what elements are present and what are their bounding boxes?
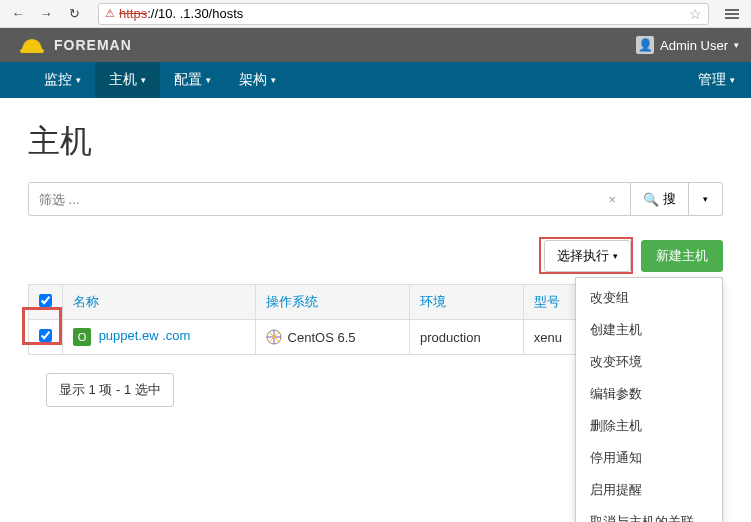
- col-env[interactable]: 环境: [420, 294, 446, 309]
- brand-text: FOREMAN: [54, 37, 132, 53]
- reload-button[interactable]: ↻: [62, 4, 86, 24]
- nav-hosts[interactable]: 主机 ▾: [95, 62, 160, 98]
- bookmark-star-icon[interactable]: ☆: [689, 6, 702, 22]
- url-text: https://10. .1.30/hosts: [119, 6, 685, 21]
- select-all-checkbox[interactable]: [39, 294, 52, 307]
- ssl-warning-icon: ⚠: [105, 7, 115, 20]
- env-cell: production: [409, 320, 523, 355]
- centos-icon: [266, 329, 282, 345]
- back-button[interactable]: ←: [6, 4, 30, 24]
- nav-monitor[interactable]: 监控 ▾: [30, 62, 95, 98]
- select-action-dropdown[interactable]: 选择执行 ▾: [544, 240, 631, 272]
- os-text: CentOS 6.5: [288, 330, 356, 345]
- action-dropdown-menu: 改变组创建主机改变环境编辑参数删除主机停用通知启用提醒取消与主机的关联运行 Pu…: [575, 277, 723, 407]
- select-action-label: 选择执行: [557, 247, 609, 265]
- col-name[interactable]: 名称: [73, 294, 99, 309]
- main-nav: 监控 ▾ 主机 ▾ 配置 ▾ 架构 ▾ 管理 ▾: [0, 62, 751, 98]
- app-header: FOREMAN 👤 Admin User ▾: [0, 28, 751, 62]
- clear-filter-icon[interactable]: ×: [604, 192, 620, 207]
- row-checkbox[interactable]: [39, 329, 52, 342]
- search-button-label: 搜: [663, 190, 676, 208]
- browser-menu-icon[interactable]: [719, 4, 745, 24]
- nav-config[interactable]: 配置 ▾: [160, 62, 225, 98]
- filter-row: × 🔍 搜 ▾: [0, 182, 751, 216]
- caret-down-icon: ▾: [730, 75, 735, 85]
- caret-down-icon: ▾: [76, 75, 81, 85]
- dropdown-item[interactable]: 改变组: [576, 282, 722, 314]
- search-options-button[interactable]: ▾: [689, 182, 723, 216]
- action-row: 选择执行 ▾ 新建主机: [0, 216, 751, 284]
- caret-down-icon: ▾: [271, 75, 276, 85]
- new-host-button[interactable]: 新建主机: [641, 240, 723, 272]
- col-os[interactable]: 操作系统: [266, 294, 318, 309]
- browser-toolbar: ← → ↻ ⚠ https://10. .1.30/hosts ☆: [0, 0, 751, 28]
- host-link[interactable]: puppet.ew .com: [99, 328, 191, 343]
- nav-item-label: 配置: [174, 71, 202, 89]
- filter-input[interactable]: [39, 192, 604, 207]
- nav-item-label: 架构: [239, 71, 267, 89]
- pager-summary[interactable]: 显示 1 项 - 1 选中: [46, 373, 174, 407]
- forward-button[interactable]: →: [34, 4, 58, 24]
- dropdown-item[interactable]: 编辑参数: [576, 378, 722, 407]
- nav-item-label: 管理: [698, 71, 726, 89]
- col-model[interactable]: 型号: [534, 294, 560, 309]
- search-icon: 🔍: [643, 192, 659, 207]
- nav-item-label: 监控: [44, 71, 72, 89]
- caret-down-icon: ▾: [141, 75, 146, 85]
- nav-admin[interactable]: 管理 ▾: [682, 62, 751, 98]
- status-badge: O: [73, 328, 91, 346]
- user-label: Admin User: [660, 38, 728, 53]
- foreman-logo-icon: [20, 35, 44, 55]
- page-title: 主机: [0, 98, 751, 182]
- select-all-cell: [29, 285, 63, 320]
- caret-down-icon: ▾: [734, 40, 739, 50]
- caret-down-icon: ▾: [206, 75, 211, 85]
- dropdown-item[interactable]: 改变环境: [576, 346, 722, 378]
- nav-infra[interactable]: 架构 ▾: [225, 62, 290, 98]
- search-button[interactable]: 🔍 搜: [631, 182, 689, 216]
- avatar-icon: 👤: [636, 36, 654, 54]
- user-menu[interactable]: 👤 Admin User ▾: [636, 36, 739, 54]
- caret-down-icon: ▾: [613, 251, 618, 261]
- caret-down-icon: ▾: [703, 194, 708, 204]
- url-bar[interactable]: ⚠ https://10. .1.30/hosts ☆: [98, 3, 709, 25]
- nav-item-label: 主机: [109, 71, 137, 89]
- svg-rect-0: [20, 49, 44, 53]
- filter-input-wrap: ×: [28, 182, 631, 216]
- dropdown-item[interactable]: 创建主机: [576, 314, 722, 346]
